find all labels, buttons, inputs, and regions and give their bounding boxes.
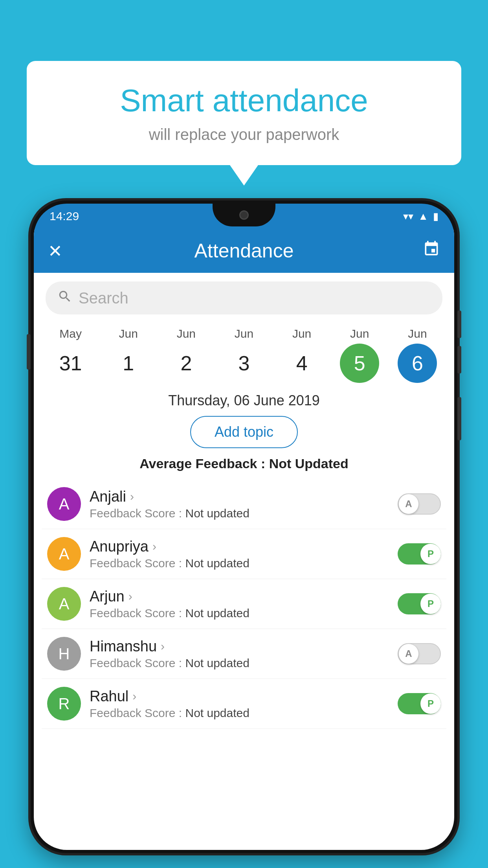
student-chevron-0: › [130, 490, 134, 503]
search-icon [57, 289, 72, 307]
search-bar[interactable]: Search [46, 281, 442, 314]
student-chevron-4: › [132, 690, 136, 703]
volume-up-button[interactable] [457, 311, 461, 338]
front-camera [239, 210, 249, 220]
date-picker-row: May31Jun1Jun2Jun3Jun4Jun5Jun6 [34, 323, 454, 383]
attendance-toggle-2[interactable]: P [398, 593, 441, 614]
student-avatar-0: A [47, 487, 81, 521]
student-avatar-3: H [47, 637, 81, 671]
student-name-3: Himanshu › [90, 638, 389, 655]
date-month-6: Jun [408, 327, 427, 340]
battery-icon: ▮ [433, 210, 438, 223]
student-avatar-2: A [47, 587, 81, 621]
date-month-1: Jun [119, 327, 138, 340]
add-topic-button[interactable]: Add topic [190, 416, 298, 448]
student-feedback-3: Feedback Score : Not updated [90, 657, 389, 670]
date-num-4[interactable]: 4 [282, 344, 321, 383]
app-content: ✕ Attendance Search May31Jun [34, 229, 454, 850]
date-col-3[interactable]: Jun3 [218, 327, 270, 383]
add-topic-container: Add topic [34, 416, 454, 448]
student-name-1: Anupriya › [90, 538, 389, 555]
date-col-5[interactable]: Jun5 [334, 327, 385, 383]
toggle-knob-2: P [420, 594, 441, 614]
student-feedback-value-2: Not updated [185, 607, 249, 620]
attendance-toggle-3[interactable]: A [398, 643, 441, 664]
student-feedback-value-0: Not updated [185, 507, 249, 520]
student-avatar-1: A [47, 537, 81, 571]
date-col-6[interactable]: Jun6 [392, 327, 443, 383]
header-title: Attendance [194, 239, 294, 262]
student-feedback-4: Feedback Score : Not updated [90, 706, 389, 720]
avg-feedback-value: Not Updated [269, 456, 349, 471]
student-feedback-value-4: Not updated [185, 706, 249, 719]
toggle-knob-1: P [420, 544, 441, 564]
student-name-4: Rahul › [90, 688, 389, 705]
date-num-5[interactable]: 5 [340, 344, 379, 383]
student-name-2: Arjun › [90, 588, 389, 605]
student-avatar-4: R [47, 687, 81, 721]
date-month-3: Jun [235, 327, 253, 340]
selected-date-label: Thursday, 06 June 2019 [34, 392, 454, 409]
date-num-0[interactable]: 31 [51, 344, 90, 383]
date-month-0: May [59, 327, 82, 340]
student-feedback-value-3: Not updated [185, 657, 249, 669]
date-col-1[interactable]: Jun1 [103, 327, 154, 383]
wifi-icon: ▾▾ [403, 210, 413, 223]
phone-frame: 14:29 ▾▾ ▲ ▮ ✕ Attendance [31, 200, 457, 853]
student-chevron-2: › [128, 590, 132, 603]
student-list: AAnjali ›Feedback Score : Not updatedAAA… [34, 479, 454, 729]
toggle-knob-0: A [398, 494, 419, 514]
toggle-knob-3: A [398, 644, 419, 664]
date-num-1[interactable]: 1 [109, 344, 148, 383]
date-month-4: Jun [292, 327, 311, 340]
student-info-0: Anjali ›Feedback Score : Not updated [90, 488, 389, 520]
status-icons: ▾▾ ▲ ▮ [403, 210, 438, 223]
student-info-1: Anupriya ›Feedback Score : Not updated [90, 538, 389, 570]
power-button[interactable] [457, 397, 461, 440]
status-time: 14:29 [50, 210, 79, 223]
speech-bubble: Smart attendance will replace your paper… [27, 61, 461, 165]
date-month-5: Jun [350, 327, 369, 340]
student-item-0[interactable]: AAnjali ›Feedback Score : Not updatedA [42, 479, 446, 529]
student-item-4[interactable]: RRahul ›Feedback Score : Not updatedP [42, 679, 446, 729]
student-feedback-value-1: Not updated [185, 557, 249, 570]
search-placeholder: Search [79, 289, 128, 307]
avg-feedback-label: Average Feedback : [139, 456, 265, 471]
student-feedback-2: Feedback Score : Not updated [90, 607, 389, 620]
signal-icon: ▲ [418, 210, 428, 223]
date-num-2[interactable]: 2 [167, 344, 206, 383]
student-item-3[interactable]: HHimanshu ›Feedback Score : Not updatedA [42, 629, 446, 679]
date-num-6[interactable]: 6 [398, 344, 437, 383]
avg-feedback: Average Feedback : Not Updated [34, 456, 454, 471]
student-chevron-3: › [161, 640, 165, 653]
date-col-2[interactable]: Jun2 [161, 327, 212, 383]
student-feedback-0: Feedback Score : Not updated [90, 507, 389, 520]
student-feedback-1: Feedback Score : Not updated [90, 557, 389, 570]
date-month-2: Jun [177, 327, 196, 340]
date-num-3[interactable]: 3 [224, 344, 264, 383]
close-button[interactable]: ✕ [48, 241, 62, 261]
student-info-4: Rahul ›Feedback Score : Not updated [90, 688, 389, 720]
student-chevron-1: › [152, 540, 156, 553]
left-side-button[interactable] [27, 334, 31, 370]
attendance-toggle-4[interactable]: P [398, 693, 441, 714]
student-item-1[interactable]: AAnupriya ›Feedback Score : Not updatedP [42, 529, 446, 579]
student-info-3: Himanshu ›Feedback Score : Not updated [90, 638, 389, 670]
student-name-0: Anjali › [90, 488, 389, 505]
attendance-toggle-0[interactable]: A [398, 493, 441, 515]
phone-notch [213, 204, 275, 226]
speech-title: Smart attendance [50, 83, 438, 119]
attendance-toggle-1[interactable]: P [398, 543, 441, 565]
toggle-knob-4: P [420, 693, 441, 714]
date-col-4[interactable]: Jun4 [276, 327, 327, 383]
student-item-2[interactable]: AArjun ›Feedback Score : Not updatedP [42, 579, 446, 629]
volume-down-button[interactable] [457, 346, 461, 373]
date-col-0[interactable]: May31 [45, 327, 96, 383]
app-header: ✕ Attendance [34, 229, 454, 273]
student-info-2: Arjun ›Feedback Score : Not updated [90, 588, 389, 620]
speech-subtitle: will replace your paperwork [50, 126, 438, 143]
calendar-icon[interactable] [423, 240, 440, 261]
